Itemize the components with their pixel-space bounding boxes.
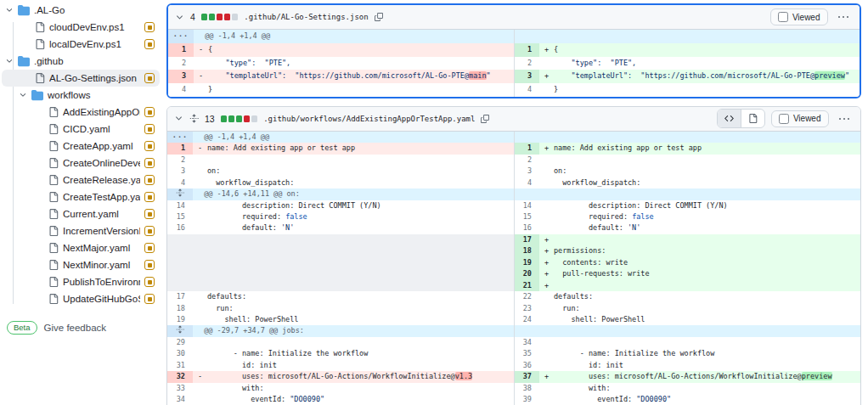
file-icon — [48, 277, 59, 287]
line-number[interactable]: 4 — [514, 177, 539, 188]
line-number[interactable]: 15 — [167, 211, 193, 222]
line-number[interactable]: 4 — [168, 83, 194, 97]
line-number[interactable]: 1 — [514, 143, 539, 154]
collapse-file-chevron-icon[interactable] — [174, 114, 183, 123]
line-number[interactable]: 2 — [514, 155, 539, 166]
chevron-down-icon[interactable] — [5, 6, 14, 14]
line-number[interactable]: 19 — [167, 314, 193, 325]
code-line: run: — [193, 303, 514, 314]
line-number[interactable]: 23 — [514, 303, 539, 314]
line-number[interactable]: 19 — [514, 257, 539, 268]
hunk-expander-button[interactable] — [167, 188, 193, 200]
line-number[interactable]: 1 — [167, 143, 193, 154]
line-number[interactable]: 4 — [514, 83, 539, 97]
line-number[interactable]: 14 — [167, 200, 193, 211]
chevron-down-icon[interactable] — [5, 57, 14, 65]
line-number[interactable]: 14 — [514, 200, 539, 211]
tree-file-createapp-yaml[interactable]: CreateApp.yaml — [2, 138, 160, 155]
line-number[interactable]: 36 — [514, 360, 539, 371]
line-number[interactable]: 1 — [168, 43, 194, 57]
tree-file-publishtoenvironment-yaml[interactable]: PublishToEnvironment.yaml — [2, 273, 160, 290]
kebab-menu-button[interactable] — [834, 13, 854, 22]
hunk-header-text: @@ -1,4 +1,4 @@ — [193, 132, 514, 143]
line-number[interactable]: 4 — [167, 177, 193, 188]
line-number[interactable]: 34 — [167, 394, 193, 405]
tree-folder-al-go[interactable]: .AL-Go — [2, 2, 160, 19]
tree-file-current-yaml[interactable]: Current.yaml — [2, 205, 160, 222]
diff-row: 22 — [167, 155, 860, 166]
chevron-down-icon[interactable] — [19, 91, 27, 99]
line-number[interactable]: 3 — [514, 166, 539, 177]
line-number[interactable]: 15 — [514, 211, 539, 222]
diff-marker: - — [196, 43, 208, 57]
collapse-file-chevron-icon[interactable] — [175, 13, 184, 22]
line-number[interactable]: 32 — [167, 371, 193, 382]
line-number[interactable]: 1 — [514, 43, 539, 57]
code-line: eventId: "DO0090" — [193, 394, 514, 405]
line-number[interactable]: 33 — [167, 383, 193, 394]
line-number[interactable]: 29 — [167, 337, 193, 348]
viewed-checkbox[interactable] — [779, 114, 789, 124]
tree-file-updategithubgosystemfiles[interactable]: UpdateGitHubGoSystemFiles.... — [2, 290, 160, 307]
viewed-checkbox[interactable] — [778, 12, 788, 22]
line-number[interactable]: 31 — [167, 360, 193, 371]
tree-file-al-go-settings-json[interactable]: AL-Go-Settings.json — [2, 70, 160, 87]
line-number[interactable]: 18 — [514, 245, 539, 256]
diff-marker: - — [195, 371, 207, 382]
line-number[interactable]: 17 — [514, 234, 539, 245]
line-number[interactable]: 3 — [514, 70, 539, 83]
tree-file-addexistingapportestapp-ya[interactable]: AddExistingAppOrTestApp.ya... — [2, 104, 160, 121]
tree-file-nextminor-yaml[interactable]: NextMinor.yaml — [2, 256, 160, 273]
line-number[interactable]: 2 — [168, 57, 194, 70]
hunk-expander-button[interactable]: ··· — [167, 132, 193, 143]
diff-row: 34 eventId: "DO0090"39 eventId: "DO0090" — [167, 394, 860, 405]
empty-gutter — [167, 245, 193, 256]
tree-file-createrelease-yaml[interactable]: CreateRelease.yaml — [2, 172, 160, 188]
viewed-button[interactable]: Viewed — [771, 110, 829, 127]
line-number[interactable]: 18 — [167, 303, 193, 314]
line-number[interactable]: 16 — [167, 222, 193, 233]
line-number[interactable]: 17 — [167, 291, 193, 302]
hunk-header-text: @@ -29,7 +34,7 @@ jobs: — [193, 325, 514, 336]
file-modified-icon — [144, 294, 155, 304]
diff-row: 33 with:38 with: — [167, 383, 860, 394]
view-toggle — [717, 109, 765, 128]
diff-panel-0: 4.github/AL-Go-Settings.jsonViewed··· @@… — [166, 3, 861, 98]
give-feedback-link[interactable]: Give feedback — [44, 323, 107, 333]
line-number[interactable]: 20 — [514, 268, 539, 279]
line-number[interactable]: 2 — [514, 57, 539, 70]
line-number[interactable]: 39 — [514, 394, 539, 405]
tree-folder-workflows[interactable]: workflows — [2, 87, 160, 104]
line-number[interactable]: 30 — [167, 348, 193, 359]
line-number[interactable]: 34 — [514, 337, 539, 348]
line-number[interactable]: 24 — [514, 314, 539, 325]
tree-file-incrementversionnumber-yaml[interactable]: IncrementVersionNumber.yaml — [2, 222, 160, 239]
line-number[interactable]: 37 — [514, 371, 539, 382]
hunk-expander-button[interactable] — [167, 325, 193, 336]
copy-path-icon[interactable] — [375, 13, 383, 21]
line-number[interactable]: 16 — [514, 222, 539, 233]
tree-folder-github[interactable]: .github — [2, 53, 160, 70]
viewed-button[interactable]: Viewed — [770, 8, 828, 25]
line-number[interactable]: 22 — [514, 291, 539, 302]
source-view-button[interactable] — [718, 110, 741, 127]
tree-file-createonlinedevelopmenten[interactable]: CreateOnlineDevelopmentEn... — [2, 155, 160, 172]
kebab-menu-button[interactable] — [835, 115, 854, 124]
tree-file-cicd-yaml[interactable]: CICD.yaml — [2, 121, 160, 138]
hunk-expander-button[interactable]: ··· — [168, 30, 194, 43]
code-line: run: — [539, 303, 860, 314]
line-number[interactable]: 35 — [514, 348, 539, 359]
line-number[interactable]: 3 — [168, 70, 194, 83]
tree-file-createtestapp-yaml[interactable]: CreateTestApp.yaml — [2, 188, 160, 205]
expand-all-icon[interactable] — [189, 114, 199, 123]
diffstat-square-none — [251, 115, 258, 122]
line-number[interactable]: 3 — [167, 166, 193, 177]
line-number[interactable]: 38 — [514, 383, 539, 394]
tree-file-localdevenv-ps1[interactable]: localDevEnv.ps1 — [2, 36, 160, 53]
tree-file-nextmajor-yaml[interactable]: NextMajor.yaml — [2, 239, 160, 256]
tree-file-clouddevenv-ps1[interactable]: cloudDevEnv.ps1 — [2, 19, 160, 36]
line-number[interactable]: 21 — [514, 280, 539, 291]
line-number[interactable]: 2 — [167, 155, 193, 166]
rich-view-button[interactable] — [741, 110, 764, 127]
copy-path-icon[interactable] — [481, 115, 489, 123]
